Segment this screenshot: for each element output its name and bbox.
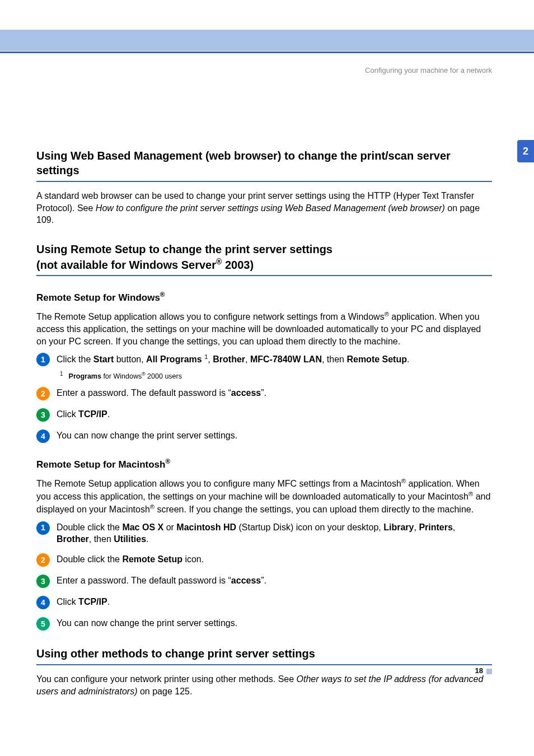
text: Double click the: [57, 554, 122, 564]
registered-mark: ®: [160, 291, 165, 298]
registered-mark: ®: [385, 311, 389, 318]
title-line-1: Using Remote Setup to change the print s…: [36, 243, 332, 255]
step-2: 2 Double click the Remote Setup icon.: [36, 553, 492, 567]
step-3: 3 Enter a password. The default password…: [36, 575, 492, 588]
section-remote-setup-title: Using Remote Setup to change the print s…: [36, 242, 492, 277]
page-content: Using Web Based Management (web browser)…: [0, 53, 534, 697]
text: Click: [57, 409, 78, 419]
step-1: 1 Double click the Mac OS X or Macintosh…: [36, 521, 492, 545]
registered-mark: ®: [469, 491, 473, 497]
step-number-icon: 5: [36, 617, 50, 631]
title-line-2b: 2003): [222, 258, 254, 270]
header-band: [0, 0, 534, 53]
bold: Utilities: [114, 534, 146, 544]
step-3: 3 Click TCP/IP.: [36, 408, 492, 422]
registered-mark: ®: [401, 478, 406, 484]
text: Click: [57, 597, 78, 606]
text: on page 125.: [138, 687, 193, 696]
page-number: 18: [475, 666, 492, 675]
text: ,: [208, 355, 213, 365]
bold: access: [231, 576, 261, 585]
bold: Brother: [213, 355, 245, 365]
bold: Start: [93, 355, 114, 365]
text: .: [107, 597, 110, 606]
bold: All Programs: [146, 355, 202, 365]
text: icon.: [182, 554, 204, 564]
footnote-1: 1Programs for Windows® 2000 users: [60, 371, 492, 380]
step-4: 4 Click TCP/IP.: [36, 596, 492, 609]
subsection-mac-text: Remote Setup for Macintosh: [36, 459, 165, 470]
bold: MFC-7840W LAN: [250, 355, 322, 365]
text: You can configure your network printer u…: [36, 674, 297, 684]
bold: Remote Setup: [122, 554, 182, 564]
windows-steps: 1 Click the Start button, All Programs 1…: [36, 353, 492, 366]
bold: TCP/IP: [78, 597, 107, 606]
mac-steps: 1 Double click the Mac OS X or Macintosh…: [36, 521, 492, 631]
bold: Mac OS X: [122, 522, 163, 532]
chapter-tab: 2: [517, 140, 534, 162]
bold: Programs: [69, 372, 101, 380]
bold: TCP/IP: [78, 409, 107, 419]
text: The Remote Setup application allows you …: [36, 479, 401, 488]
text: ”.: [261, 576, 266, 585]
step-5: 5 You can now change the print server se…: [36, 617, 492, 631]
cross-ref-link[interactable]: How to configure the print server settin…: [96, 203, 445, 213]
text: or: [163, 522, 176, 532]
step-number-icon: 1: [36, 353, 50, 366]
text: , then: [89, 534, 114, 544]
text: The Remote Setup application allows you …: [36, 312, 385, 321]
step-number-icon: 3: [36, 575, 50, 588]
step-number-icon: 3: [36, 408, 50, 422]
bold: Macintosh HD: [176, 522, 236, 532]
text: Enter a password. The default password i…: [57, 388, 231, 398]
registered-mark: ®: [216, 257, 222, 266]
mac-paragraph: The Remote Setup application allows you …: [36, 477, 492, 516]
step-number-icon: 1: [36, 521, 50, 535]
section-web-mgmt-title: Using Web Based Management (web browser)…: [36, 148, 492, 182]
bold: Printers: [419, 522, 452, 532]
windows-paragraph: The Remote Setup application allows you …: [36, 310, 492, 347]
text: for Windows: [101, 372, 142, 380]
text: screen. If you change the settings, you …: [154, 505, 474, 514]
breadcrumb: Configuring your machine for a network: [365, 66, 492, 74]
text: You can now change the print server sett…: [57, 430, 237, 442]
title-line-2a: (not available for Windows Server: [36, 258, 216, 270]
step-number-icon: 4: [36, 430, 50, 443]
web-mgmt-paragraph: A standard web browser can be used to ch…: [36, 190, 492, 226]
other-paragraph: You can configure your network printer u…: [36, 673, 492, 697]
text: Enter a password. The default password i…: [57, 576, 231, 585]
bold: access: [231, 388, 261, 398]
registered-mark: ®: [150, 503, 154, 510]
subsection-windows: Remote Setup for Windows®: [36, 291, 492, 304]
windows-steps-cont: 2 Enter a password. The default password…: [36, 387, 492, 443]
step-4: 4 You can now change the print server se…: [36, 430, 492, 443]
step-1: 1 Click the Start button, All Programs 1…: [36, 353, 492, 366]
text: .: [107, 409, 110, 419]
text: .: [146, 534, 148, 544]
text: .: [407, 355, 409, 365]
step-number-icon: 4: [36, 596, 50, 609]
footnote-number: 1: [60, 371, 63, 377]
bold: Library: [383, 522, 414, 532]
text: 2000 users: [146, 372, 182, 380]
text: ”.: [261, 388, 266, 398]
text: button,: [114, 355, 146, 365]
bold: Brother: [57, 534, 89, 544]
step-number-icon: 2: [36, 553, 50, 567]
text: ,: [453, 522, 455, 532]
step-2: 2 Enter a password. The default password…: [36, 387, 492, 400]
section-other-title: Using other methods to change print serv…: [36, 646, 492, 665]
text: Double click the: [57, 522, 122, 532]
registered-mark: ®: [165, 458, 170, 465]
step-number-icon: 2: [36, 387, 50, 400]
bold: Remote Setup: [346, 355, 407, 365]
text: , then: [322, 355, 346, 365]
subsection-mac: Remote Setup for Macintosh®: [36, 458, 492, 470]
text: (Startup Disk) icon on your desktop,: [236, 522, 383, 532]
text: ,: [245, 355, 250, 365]
subsection-windows-text: Remote Setup for Windows: [36, 292, 160, 303]
text: You can now change the print server sett…: [57, 617, 237, 629]
text: Click the: [57, 355, 93, 365]
